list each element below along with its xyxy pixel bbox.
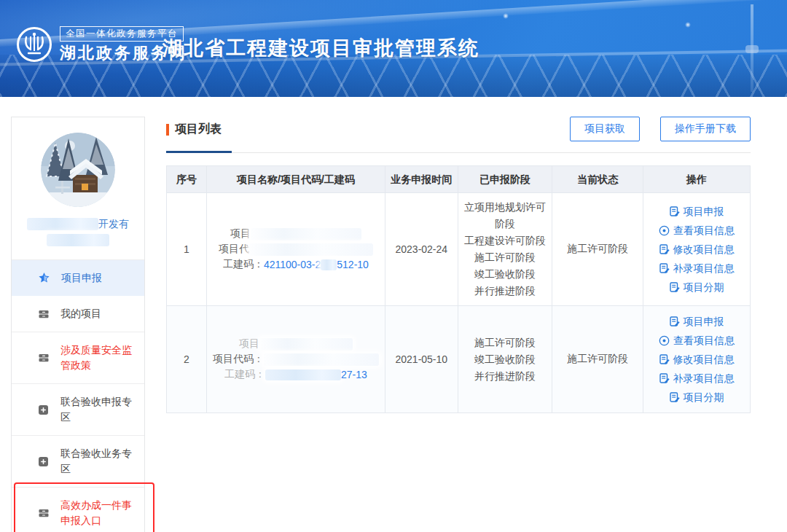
redaction-blur: [47, 234, 109, 246]
plus-box-icon: [38, 404, 50, 415]
project-fetch-button[interactable]: 项目获取: [570, 117, 640, 141]
col-apply-time: 业务申报时间: [385, 166, 458, 193]
status-cell: 施工许可阶段: [552, 306, 643, 413]
redaction-blur: [27, 218, 98, 230]
system-title: 湖北省工程建设项目审批管理系统: [163, 35, 479, 61]
eye-icon: [659, 335, 670, 346]
archive-icon: [38, 352, 50, 364]
form-edit-icon: [670, 392, 680, 402]
app-header: 全国一体化政务服务平台 湖北政务服务网 湖北省工程建设项目审批管理系统: [0, 0, 787, 97]
section-title: 项目列表: [166, 117, 222, 137]
archive-icon: [38, 308, 50, 320]
table-row: 2 项目 项目代码： 工建码：: [167, 306, 751, 413]
main-content: 项目列表 项目获取 操作手册下载 序号 项目名称/项目代码/工建码 业务申报时间…: [166, 117, 751, 413]
redaction-blur: [259, 338, 353, 351]
sidebar-item-my-projects[interactable]: 我的项目: [12, 296, 144, 332]
sidebar-item-joint-acceptance-business[interactable]: 联合验收业务专区: [12, 436, 144, 488]
orange-title-bar: [166, 124, 169, 136]
company-name-fragment: 开发有: [98, 216, 129, 232]
project-name-cell: 项目 项目代 工建码： 421100-03-2 512-10: [206, 193, 385, 306]
sidebar-item-label: 我的项目: [60, 306, 101, 321]
stage-item: 施工许可阶段: [463, 335, 548, 351]
stages-cell: 施工许可阶段 竣工验收阶段 并行推进阶段: [458, 306, 552, 413]
archive-icon: [38, 507, 50, 519]
apply-time-cell: 2023-02-24: [385, 193, 458, 306]
redaction-blur: [251, 228, 361, 240]
light-spark: [685, 22, 691, 28]
form-edit-icon: [659, 373, 670, 383]
name-fragment: 项目: [239, 337, 259, 351]
stage-item: 并行推进阶段: [463, 368, 548, 385]
action-modify-info-link[interactable]: 修改项目信息: [659, 240, 735, 259]
star-icon: [38, 272, 50, 284]
apply-time-cell: 2021-05-10: [385, 306, 458, 413]
form-edit-icon: [670, 316, 680, 326]
sidebar-item-label: 项目申报: [61, 270, 102, 286]
gjm-code[interactable]: 512-10: [337, 259, 369, 270]
table-row: 1 项目 项目代 工建码： 421100-03-2: [167, 193, 751, 306]
user-avatar[interactable]: [41, 133, 115, 207]
sidebar-item-label: 高效办成一件事申报入口: [60, 498, 137, 528]
sidebar-item-project-declare[interactable]: 项目申报: [12, 260, 144, 296]
action-project-phase-link[interactable]: 项目分期: [670, 278, 724, 297]
action-supplement-info-link[interactable]: 补录项目信息: [659, 369, 735, 388]
light-spark: [503, 13, 509, 19]
seq-cell: 2: [167, 306, 207, 413]
col-status: 当前状态: [552, 166, 643, 193]
seq-cell: 1: [167, 193, 207, 306]
form-edit-icon: [670, 206, 680, 216]
sidebar-item-label: 联合验收申报专区: [60, 394, 137, 425]
stage-item: 并行推进阶段: [463, 283, 548, 300]
sidebar: 开发有 项目申报 我的项目 涉及质量安全监管政策: [11, 117, 145, 532]
sidebar-item-label: 联合验收业务专区: [60, 446, 137, 477]
actions-cell: 项目申报 查看项目信息 修改项目信息 补录项目信息: [643, 193, 751, 306]
gjm-code[interactable]: 27-13: [341, 369, 367, 380]
section-title-underline: [166, 151, 751, 153]
stages-cell: 立项用地规划许可阶段 工程建设许可阶段 施工许可阶段 竣工验收阶段 并行推进阶段: [458, 193, 552, 306]
stage-item: 立项用地规划许可阶段: [463, 199, 548, 232]
form-edit-icon: [670, 282, 680, 292]
redaction-blur: [321, 259, 337, 270]
action-view-info-link[interactable]: 查看项目信息: [659, 331, 735, 350]
table-header-row: 序号 项目名称/项目代码/工建码 业务申报时间 已申报阶段 当前状态 操作: [167, 166, 751, 193]
name-fragment: 项目: [230, 227, 251, 240]
action-project-declare-link[interactable]: 项目申报: [670, 312, 724, 331]
code-label: 项目代码：: [213, 353, 264, 366]
col-actions: 操作: [643, 166, 751, 193]
redaction-blur: [265, 369, 341, 380]
gjm-label: 工建码：: [224, 368, 265, 381]
project-name-cell: 项目 项目代码： 工建码： 27-13: [206, 306, 385, 413]
section-title-text: 项目列表: [175, 122, 222, 137]
action-project-phase-link[interactable]: 项目分期: [670, 388, 724, 407]
stage-item: 竣工验收阶段: [463, 351, 548, 368]
code-fragment: 项目代: [219, 243, 249, 256]
company-name: 开发有: [12, 216, 144, 259]
portal-emblem-icon: [16, 26, 52, 63]
stage-item: 施工许可阶段: [463, 249, 548, 266]
status-cell: 施工许可阶段: [552, 193, 643, 306]
action-supplement-info-link[interactable]: 补录项目信息: [659, 259, 735, 278]
form-edit-icon: [659, 263, 670, 273]
action-project-declare-link[interactable]: 项目申报: [670, 202, 724, 221]
manual-download-button[interactable]: 操作手册下载: [660, 117, 751, 141]
project-table: 序号 项目名称/项目代码/工建码 业务申报时间 已申报阶段 当前状态 操作 1 …: [166, 165, 751, 413]
sidebar-item-label: 涉及质量安全监管政策: [60, 343, 137, 373]
actions-cell: 项目申报 查看项目信息 修改项目信息 补录项目信息: [643, 306, 751, 413]
stage-item: 竣工验收阶段: [463, 266, 548, 283]
tv-tower-pod: [745, 45, 759, 53]
col-declared-stages: 已申报阶段: [458, 166, 552, 193]
eye-icon: [659, 225, 670, 236]
sidebar-item-one-thing-entry[interactable]: 高效办成一件事申报入口: [12, 488, 144, 532]
col-name: 项目名称/项目代码/工建码: [206, 166, 385, 193]
action-view-info-link[interactable]: 查看项目信息: [659, 221, 735, 240]
portal-logo: 全国一体化政务服务平台 湖北政务服务网: [16, 26, 187, 63]
action-modify-info-link[interactable]: 修改项目信息: [659, 350, 735, 369]
plus-box-icon: [38, 456, 50, 467]
form-edit-icon: [659, 354, 670, 364]
gjm-code[interactable]: 421100-03-2: [264, 259, 321, 270]
sidebar-menu: 项目申报 我的项目 涉及质量安全监管政策 联合验收申报专区 联合验收业务专区: [12, 259, 144, 532]
sidebar-item-joint-acceptance-declare[interactable]: 联合验收申报专区: [12, 384, 144, 436]
form-edit-icon: [659, 244, 670, 254]
sidebar-item-quality-safety-policy[interactable]: 涉及质量安全监管政策: [12, 332, 144, 384]
col-seq: 序号: [167, 166, 207, 193]
